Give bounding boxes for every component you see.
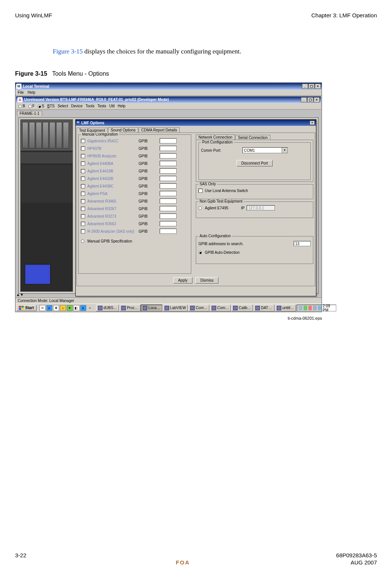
taskbar-item[interactable]: DAT… [253,305,275,311]
dialog-close-button[interactable]: × [310,120,315,125]
figure-reference-link[interactable]: Figure 3-15 [53,48,83,55]
maximize-button[interactable]: ▢ [308,84,314,89]
tab-test-equipment[interactable]: Test Equipment [76,128,108,133]
ip-input[interactable] [247,205,275,210]
tray-icon[interactable] [308,306,312,310]
ql-icon-6[interactable]: ◧ [73,305,79,311]
page-number: 3-22 [15,552,26,558]
gpib-slot-input[interactable] [160,168,177,174]
equipment-checkbox[interactable] [81,214,85,218]
disconnect-port-button[interactable]: Disconnect Port [236,160,273,166]
equipment-checkbox[interactable] [81,177,85,181]
taskbar-item[interactable]: Com… [188,305,209,311]
taskbar-item[interactable]: Proc… [119,305,140,311]
equipment-checkbox[interactable] [81,192,85,196]
inner-window-titlebar: ♨ Unreleased Version BTS-LMF-FR9346A_R19… [16,96,321,103]
radio-s[interactable]: S [38,104,44,108]
close-button[interactable]: × [315,84,321,89]
tray-icon[interactable] [318,306,322,310]
taskbar-item-icon [255,306,260,310]
gpib-slot-input[interactable] [160,176,177,181]
agilent-e7495-radio[interactable] [198,206,202,210]
taskbar-item[interactable]: LabVIEW [163,305,188,311]
manual-gpib-radio[interactable] [81,239,84,243]
ql-icon-5[interactable]: ✦ [67,305,73,311]
equipment-row: Agilent E4438CGPIB [81,182,189,190]
loral-antenna-checkbox[interactable] [198,189,203,193]
inner-minimize-button[interactable]: _ [301,97,307,102]
tab-network-conn[interactable]: Network Connection [196,134,235,140]
radio-b[interactable]: B [18,104,25,108]
gpib-autodetect-radio[interactable] [198,251,202,254]
scroll-arrows[interactable]: ▲▼ [16,293,24,297]
ql-icon-4[interactable]: ☼ [60,305,66,311]
equipment-checkbox[interactable] [81,184,85,188]
equipment-checkbox[interactable] [81,207,85,211]
inner-maximize-button[interactable]: ▢ [307,97,313,102]
taskbar-item[interactable]: Calib… [231,305,253,311]
equipment-checkbox[interactable] [81,229,85,233]
ql-ie-icon[interactable]: e [46,305,52,311]
gpib-slot-input[interactable] [160,146,177,151]
tab-cdma-report[interactable]: CDMA Report Details [139,127,180,133]
gpib-slot-input[interactable] [160,229,177,234]
figure-title: Tools Menu - Options [52,70,109,77]
comm-port-combo[interactable]: COM1 [243,147,288,153]
menu-select[interactable]: Select [58,104,68,108]
equipment-checkbox[interactable] [81,146,85,151]
equipment-checkbox[interactable] [81,139,85,143]
menu-util[interactable]: Util [109,104,114,108]
tray-icon[interactable] [304,306,307,310]
equipment-label: Agilent E4406A [87,162,136,166]
ql-overflow[interactable]: » [87,305,93,311]
gpib-slot-input[interactable] [160,221,177,226]
menu-file[interactable]: File [18,90,24,95]
ql-desktop-icon[interactable]: ⧈ [40,305,46,311]
taskbar-item[interactable]: Com… [210,305,231,311]
menu-tests[interactable]: Tests [98,104,106,108]
figure-caption: Figure 3-15 Tools Menu - Options [15,70,377,77]
tray-icon[interactable] [299,306,302,310]
equipment-checkbox[interactable] [81,162,85,166]
port-config-panel: Port Configuration Comm Port: COM1 Disco… [196,140,313,182]
taskbar-item[interactable]: dUBS… [96,305,119,311]
frame-tab[interactable]: FRAME-1-1 [17,111,42,116]
gpib-slot-input[interactable] [160,153,177,159]
tab-sound-options[interactable]: Sound Options [108,127,138,133]
equipment-checkbox[interactable] [81,199,85,203]
tab-serial-conn[interactable]: Serial Connection [235,135,270,140]
menu-device[interactable]: Device [71,104,83,108]
minimize-button[interactable]: _ [302,84,308,89]
gpib-slot-input[interactable] [160,214,177,219]
inner-window-title: Unreleased Version BTS-LMF-FR9346A_R19.0… [24,98,169,102]
inner-close-button[interactable]: × [314,97,320,102]
radio-f[interactable]: F [28,104,35,108]
taskbar-item[interactable]: Loca… [141,305,162,311]
equipment-row: Agilent E4432BGPIB [81,175,189,182]
menu-help2[interactable]: Help [117,104,125,108]
gpib-slot-input[interactable] [160,183,177,189]
menu-help[interactable]: Help [27,90,35,95]
gpib-slot-input[interactable] [160,161,177,166]
menu-bts[interactable]: BTS [47,104,54,108]
gpib-slot-input[interactable] [160,206,177,211]
ql-icon-3[interactable]: ❖ [53,305,59,311]
equipment-row: R-2600 Analyzer (SAS only)GPIB [81,227,189,235]
bus-label: GPIB [139,162,157,166]
taskbar-item[interactable]: untitl… [275,305,296,311]
taskbar-item-icon [190,306,195,310]
gpib-slot-input[interactable] [160,138,177,143]
equipment-checkbox[interactable] [81,169,85,173]
gpib-slot-input[interactable] [160,191,177,196]
gpib-slot-input[interactable] [160,198,177,204]
dismiss-button[interactable]: Dismiss [195,277,218,284]
equipment-checkbox[interactable] [81,154,85,158]
tray-icon[interactable] [313,306,317,310]
equipment-checkbox[interactable] [81,222,85,226]
apply-button[interactable]: Apply [173,277,192,284]
gpib-search-input[interactable] [294,241,311,246]
menu-tools[interactable]: Tools [85,104,94,108]
ql-icon-7[interactable]: e [80,305,86,311]
start-button[interactable]: Start [16,305,37,311]
equipment-label: Agilent E4438C [87,184,136,188]
